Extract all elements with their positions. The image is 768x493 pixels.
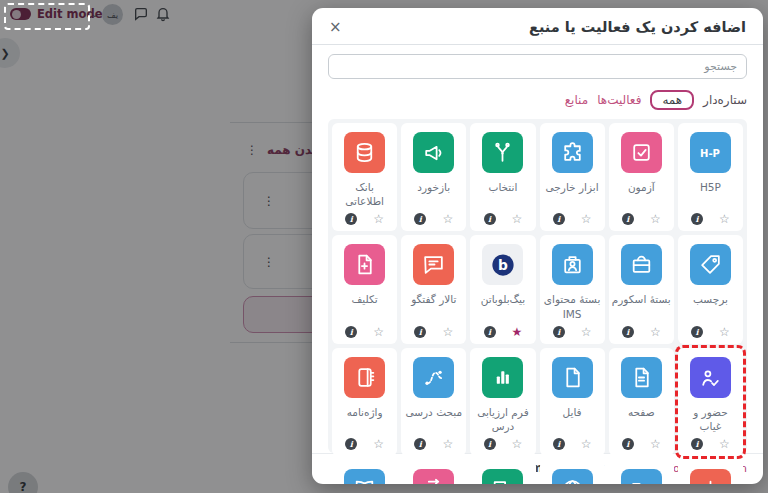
star-outline-icon[interactable]: ☆ (581, 213, 592, 225)
card-actions: i☆ (345, 321, 384, 338)
star-filled-icon[interactable]: ★ (512, 326, 523, 338)
activity-card-attendance[interactable]: حضور و غیابi☆ (678, 348, 743, 456)
info-icon[interactable]: i (484, 213, 496, 225)
activity-label: بانک اطلاعاتی (334, 180, 395, 208)
activity-card-choice[interactable]: انتخابi☆ (470, 123, 535, 231)
activity-card-forum[interactable]: تالار گفتگوi☆ (401, 235, 466, 343)
activity-card-database[interactable]: بانک اطلاعاتیi☆ (332, 123, 397, 231)
activity-card-page[interactable]: صفحهi☆ (609, 348, 674, 456)
forum-icon (413, 244, 454, 285)
search-input[interactable] (328, 54, 747, 79)
activity-card-url[interactable]: پیوندi☆ (540, 460, 605, 484)
star-outline-icon[interactable]: ☆ (650, 438, 661, 450)
star-outline-icon[interactable]: ☆ (373, 326, 384, 338)
ims-icon (552, 244, 593, 285)
activity-card-tag[interactable]: برچسبi☆ (678, 235, 743, 343)
star-outline-icon[interactable]: ☆ (373, 438, 384, 450)
star-outline-icon[interactable]: ☆ (719, 213, 730, 225)
card-actions: i☆ (691, 208, 730, 225)
card-actions: i☆ (484, 208, 523, 225)
info-icon[interactable]: i (414, 213, 426, 225)
info-icon[interactable]: i (414, 438, 426, 450)
quiz-icon (621, 132, 662, 173)
info-icon[interactable]: i (414, 326, 426, 338)
activity-card-external-tool[interactable]: ابزار خارجیi☆ (540, 123, 605, 231)
tab-2[interactable]: فعالیت‌ها (597, 93, 641, 107)
activity-label: مبحث درسی (405, 405, 464, 419)
activity-label: تکلیف (350, 292, 378, 306)
activity-card-chat[interactable]: چت متنیi☆ (470, 460, 535, 484)
info-icon[interactable]: i (484, 438, 496, 450)
info-icon[interactable]: i (691, 438, 703, 450)
star-outline-icon[interactable]: ☆ (719, 326, 730, 338)
info-icon[interactable]: i (622, 326, 634, 338)
folder-icon (621, 469, 662, 484)
tab-0[interactable]: ستاره‌دار (703, 93, 747, 107)
scorm-icon (621, 244, 662, 285)
info-icon[interactable]: i (484, 326, 496, 338)
activity-card-assignment[interactable]: تکلیفi☆ (332, 235, 397, 343)
h5p-icon: H-P (690, 132, 731, 173)
info-icon[interactable]: i (691, 213, 703, 225)
page-icon (621, 357, 662, 398)
star-outline-icon[interactable]: ☆ (650, 213, 661, 225)
svg-text:H-P: H-P (700, 148, 720, 159)
star-outline-icon[interactable]: ☆ (650, 326, 661, 338)
info-icon[interactable]: i (622, 213, 634, 225)
info-icon[interactable]: i (622, 438, 634, 450)
tab-1[interactable]: همه (650, 90, 694, 110)
info-icon[interactable]: i (553, 326, 565, 338)
activity-card-workshop[interactable]: کارگاهi☆ (401, 460, 466, 484)
activity-label: بازخورد (416, 180, 451, 194)
card-actions: i☆ (622, 208, 661, 225)
activity-label: فایل (562, 405, 583, 419)
info-icon[interactable]: i (553, 438, 565, 450)
activity-card-lesson[interactable]: مبحث درسیi☆ (401, 348, 466, 456)
star-outline-icon[interactable]: ☆ (719, 438, 730, 450)
activity-card-survey[interactable]: فرم ارزیابی درسi☆ (470, 348, 535, 456)
info-icon[interactable]: i (691, 326, 703, 338)
activity-card-scorm[interactable]: بستهٔ اسکورمi☆ (609, 235, 674, 343)
star-outline-icon[interactable]: ☆ (442, 326, 453, 338)
star-outline-icon[interactable]: ☆ (581, 438, 592, 450)
activity-card-quiz[interactable]: آزمونi☆ (609, 123, 674, 231)
star-outline-icon[interactable]: ☆ (373, 213, 384, 225)
bigbluebutton-icon: b (482, 244, 523, 285)
tab-3[interactable]: منابع (565, 93, 588, 107)
card-actions: i☆ (414, 321, 453, 338)
info-icon[interactable]: i (345, 326, 357, 338)
activity-card-file[interactable]: فایلi☆ (540, 348, 605, 456)
info-icon[interactable]: i (553, 213, 565, 225)
star-outline-icon[interactable]: ☆ (512, 213, 523, 225)
activity-chooser-dialog: اضافه کردن یک فعالیت یا منبع × ستاره‌دار… (312, 8, 763, 484)
card-actions: i☆ (622, 433, 661, 450)
close-icon[interactable]: × (329, 20, 342, 35)
activity-card-book[interactable]: کتابi☆ (332, 460, 397, 484)
feedback-icon (413, 132, 454, 173)
activity-label: تالار گفتگو (410, 292, 457, 306)
edit-mode-annotation-box (4, 3, 90, 30)
info-icon[interactable]: i (345, 438, 357, 450)
activity-card-bigbluebutton[interactable]: bبیگ‌بلوباتنi★ (470, 235, 535, 343)
card-actions: i☆ (345, 208, 384, 225)
activity-grid: H-PH5Pi☆آزمونi☆ابزار خارجیi☆انتخابi☆بازخ… (328, 119, 747, 453)
activity-card-glossary[interactable]: واژه‌نامهi☆ (332, 348, 397, 456)
activity-card-feedback[interactable]: بازخوردi☆ (401, 123, 466, 231)
star-outline-icon[interactable]: ☆ (581, 326, 592, 338)
activity-label: بستهٔ محتوای IMS (542, 292, 603, 320)
activity-card-h5p[interactable]: H-PH5Pi☆ (678, 123, 743, 231)
external-tool-icon (552, 132, 593, 173)
star-outline-icon[interactable]: ☆ (442, 438, 453, 450)
activity-card-ims[interactable]: بستهٔ محتوای IMSi☆ (540, 235, 605, 343)
workshop-icon (413, 469, 454, 484)
star-outline-icon[interactable]: ☆ (442, 213, 453, 225)
activity-label: ابزار خارجی (545, 180, 600, 194)
star-outline-icon[interactable]: ☆ (512, 438, 523, 450)
file-icon (552, 357, 593, 398)
card-actions: i☆ (691, 433, 730, 450)
activity-card-wiki[interactable]: ویکیi☆ (678, 460, 743, 484)
activity-label: H5P (699, 180, 722, 194)
activity-card-folder[interactable]: پوشهi☆ (609, 460, 674, 484)
info-icon[interactable]: i (345, 213, 357, 225)
svg-text:b: b (498, 257, 508, 273)
